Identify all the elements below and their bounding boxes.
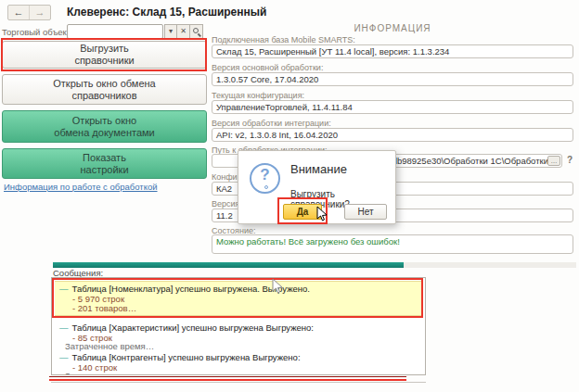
help-icon[interactable]: ?	[567, 155, 573, 165]
message-2-time: Затраченное время…	[65, 341, 154, 351]
message-3-time: Затраченное время:…	[65, 371, 157, 375]
field-state[interactable]: Можно работать! Всё загружено без ошибок…	[212, 234, 573, 254]
progress-bar-fill	[53, 262, 404, 268]
field-integration-version[interactable]: API: v2, 1.3.0.8 Int, 16.04.2020	[212, 128, 573, 142]
open-catalog-exchange-label-1: Открыть окно обмена	[3, 78, 206, 90]
upload-catalogs-label-2: справочники	[3, 55, 206, 67]
field-base[interactable]: Склад 15, Расширенный [УТ 11.4 local], в…	[212, 44, 573, 58]
open-document-exchange-label-2: обмена документами	[3, 127, 206, 139]
upload-catalogs-button[interactable]: Выгрузить справочники	[2, 41, 207, 69]
message-item-2[interactable]: —Таблица [Характеристики] успешно выгруж…	[59, 322, 314, 333]
path-select-icon[interactable]: …	[547, 156, 560, 166]
field-integration-config-version-value: 11.2	[216, 210, 233, 221]
field-base-value: Склад 15, Расширенный [УТ 11.4 local], в…	[216, 46, 449, 57]
show-settings-label-1: Показать	[3, 152, 206, 164]
search-icon[interactable]	[190, 24, 203, 39]
annotation-underline-dark	[49, 376, 406, 377]
field-configuration-value: УправлениеТорговлей, 11.4.11.84	[216, 102, 353, 112]
info-header: ИНФОРМАЦИЯ	[212, 23, 573, 33]
trade-object-label: Торговый объект:	[2, 27, 73, 37]
cleverence-main-window: ← → Клеверенс: Склад 15, Расширенный Тор…	[0, 0, 579, 392]
back-arrow-icon[interactable]: ←	[8, 6, 29, 19]
field-core-version[interactable]: 1.3.0.57 Core, 17.04.2020	[212, 72, 573, 86]
upload-catalogs-label-1: Выгрузить	[3, 43, 206, 55]
field-integration-version-value: API: v2, 1.3.0.8 Int, 16.04.2020	[216, 130, 338, 140]
message-item-3[interactable]: —Таблица [Контрагенты] успешно выгружена…	[59, 352, 301, 362]
dialog-title: Внимание	[290, 162, 347, 176]
trade-object-input[interactable]	[67, 24, 163, 39]
no-button[interactable]: Нет	[344, 204, 387, 220]
question-dot-glyph	[264, 185, 268, 189]
open-catalog-exchange-button[interactable]: Открыть окно обмена справочников	[2, 74, 207, 105]
message-1-title: Таблица [Номенклатура] успешно выгружена…	[72, 284, 310, 294]
forward-arrow-icon[interactable]: →	[29, 6, 50, 19]
yes-button[interactable]: Да	[283, 204, 322, 220]
message-1-detail-2: - 201 товаров…	[72, 303, 136, 313]
message-dash-icon: —	[59, 352, 69, 362]
field-core-version-value: 1.3.0.57 Core, 17.04.2020	[216, 74, 318, 84]
annotation-underline-bright	[49, 378, 406, 381]
nav-history-box: ← →	[7, 5, 51, 20]
message-item-1[interactable]: —Таблица [Номенклатура] успешно выгружен…	[59, 284, 310, 294]
open-document-exchange-button[interactable]: Открыть окно обмена документами	[2, 110, 207, 143]
page-title: Клеверенс: Склад 15, Расширенный	[67, 6, 266, 19]
processing-info-link[interactable]: Информация по работе с обработкой	[4, 182, 158, 192]
open-document-exchange-label-1: Открыть окно	[3, 115, 206, 127]
chevron-down-icon[interactable]: ▾	[164, 24, 177, 39]
clear-icon[interactable]: ✕	[177, 24, 190, 39]
question-icon: ?	[250, 163, 280, 194]
field-label-configuration: Текущая конфигурация:	[212, 91, 304, 100]
field-configuration[interactable]: УправлениеТорговлей, 11.4.11.84	[212, 100, 573, 114]
status-text: Можно работать! Всё загружено без ошибок…	[216, 236, 400, 247]
question-mark-glyph: ?	[251, 166, 278, 184]
messages-panel[interactable]: —Таблица [Номенклатура] успешно выгружен…	[51, 277, 426, 375]
field-integration-config-value: КА2	[216, 183, 232, 194]
field-label-integration-version: Версия обработки интеграции:	[212, 119, 331, 128]
field-label-core-version: Версия основной обработки:	[212, 63, 323, 72]
panel-bottom-divider	[51, 382, 426, 383]
message-2-title: Таблица [Характеристики] успешно выгруже…	[72, 322, 315, 333]
show-settings-label-2: настройки	[3, 164, 206, 176]
trade-object-combo-buttons: ▾ ✕	[164, 24, 203, 39]
message-dash-icon: —	[59, 284, 69, 294]
message-dash-icon: —	[59, 322, 69, 333]
progress-bar	[53, 262, 576, 268]
show-settings-button[interactable]: Показать настройки	[2, 148, 207, 179]
open-catalog-exchange-label-2: справочников	[3, 90, 206, 102]
field-label-base: Подключенная база Mobile SMARTS:	[212, 35, 355, 44]
magnifier-glyph	[193, 28, 199, 33]
message-3-title: Таблица [Контрагенты] успешно выгружена …	[72, 352, 301, 362]
